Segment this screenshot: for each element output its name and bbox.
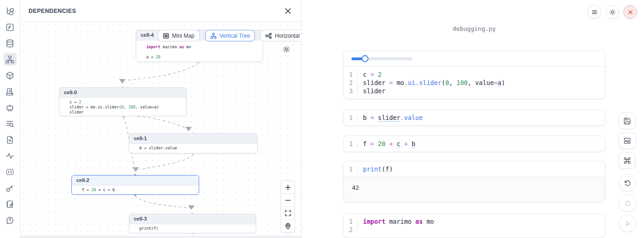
menu-icon[interactable]	[587, 5, 601, 19]
cell-list: 1c = 22slider = mo.ui.slider(0, 100, val…	[343, 51, 605, 238]
dependencies-header: DEPENDENCIES	[20, 0, 301, 22]
slider-output	[344, 51, 605, 67]
slider-widget[interactable]	[351, 57, 412, 60]
dependencies-panel: DEPENDENCIES	[20, 0, 302, 238]
node-code: c = 2slider = mo.ui.slider(0, 100, value…	[59, 98, 186, 117]
notebook-cell-3[interactable]: 1print(f) 42	[343, 161, 605, 203]
activity-sidebar	[0, 0, 20, 238]
snippets-icon[interactable]	[4, 165, 17, 178]
database-icon[interactable]	[4, 37, 17, 50]
node-title: cell-1	[129, 134, 257, 144]
center-selection-icon[interactable]	[281, 220, 294, 232]
node-code: b = slider.value	[129, 144, 257, 153]
line-number: 1	[344, 140, 357, 148]
line-number: 2	[344, 79, 357, 87]
slider-thumb[interactable]	[362, 55, 368, 62]
layout-icon[interactable]	[619, 132, 636, 149]
dependency-graph-icon[interactable]	[4, 53, 17, 66]
mini-map-button[interactable]: Mini Map	[158, 30, 200, 41]
notebook-action-buttons	[619, 113, 636, 169]
graph-zoom-controls	[281, 181, 295, 233]
app-window: DEPENDENCIES	[0, 0, 644, 238]
line-number: 1	[344, 113, 357, 122]
graph-node-cell-2[interactable]: cell-2 f = 20 + c + b	[71, 175, 199, 195]
notebook-cell-2[interactable]: 1f = 20 + c + b	[343, 136, 605, 152]
notebook-area: debugging.py 1c = 22slider = mo.ui.slide…	[302, 0, 644, 238]
horizontal-scrollbar[interactable]	[20, 236, 302, 238]
gear-icon[interactable]	[605, 5, 619, 19]
notebook-cell-1[interactable]: 1b = slider.value	[343, 109, 605, 126]
line-number: 1	[344, 70, 357, 79]
notebook-cell-4[interactable]: 1import marimo as mo2	[343, 213, 605, 238]
node-code: f = 20 + c + b	[72, 186, 199, 194]
node-code: import marimo as mo a = 20	[136, 40, 263, 62]
dependency-graph-canvas[interactable]: cell-4 import marimo as mo a = 20 cell-0…	[20, 22, 301, 235]
scratchpad-icon[interactable]	[4, 198, 17, 210]
package-box-icon[interactable]	[4, 69, 17, 82]
help-icon[interactable]	[4, 214, 17, 227]
mini-map-icon	[163, 33, 169, 39]
node-code: print(f)	[129, 224, 256, 233]
notebook-top-buttons	[587, 5, 637, 19]
code-editor[interactable]: 1c = 22slider = mo.ui.slider(0, 100, val…	[344, 67, 605, 99]
code-editor[interactable]: 1print(f)	[344, 161, 605, 177]
save-icon[interactable]	[619, 113, 636, 129]
line-number: 1	[344, 217, 357, 226]
code-editor[interactable]: 1f = 20 + c + b	[344, 136, 605, 152]
key-icon[interactable]	[4, 181, 17, 194]
command-shortcuts-icon[interactable]	[619, 152, 636, 169]
fit-view-icon[interactable]	[281, 207, 294, 220]
log-search-icon[interactable]	[4, 117, 17, 130]
node-title: cell-3	[129, 214, 256, 224]
chat-bot-icon[interactable]	[4, 101, 17, 114]
line-number: 3	[344, 87, 357, 95]
document-icon[interactable]	[4, 133, 17, 146]
close-icon[interactable]	[283, 6, 293, 16]
code-editor[interactable]: 1b = slider.value	[344, 110, 605, 125]
panel-title: DEPENDENCIES	[29, 8, 76, 14]
graph-node-cell-3[interactable]: cell-3 print(f)	[129, 214, 256, 233]
cell-output: 42	[344, 177, 605, 202]
line-number: 1	[344, 165, 357, 173]
line-number: 2	[344, 226, 357, 234]
node-title: cell-2	[72, 176, 199, 186]
undo-icon[interactable]	[619, 174, 636, 192]
function-square-icon[interactable]	[4, 21, 17, 34]
stop-icon[interactable]	[619, 194, 636, 212]
vertical-tree-button[interactable]: Vertical Tree	[205, 30, 255, 41]
run-icon[interactable]	[619, 215, 636, 232]
shutdown-close-icon[interactable]	[623, 5, 637, 19]
graph-settings-gear-icon[interactable]	[282, 45, 291, 55]
graph-node-cell-0[interactable]: cell-0 c = 2slider = mo.ui.slider(0, 100…	[59, 87, 187, 116]
code-editor[interactable]: 1import marimo as mo2	[344, 214, 605, 238]
zoom-in-icon[interactable]	[281, 181, 294, 194]
graph-view-toolbar: Mini Map Vertical Tree Horizontal Tree	[158, 30, 317, 41]
activity-icon[interactable]	[4, 149, 17, 162]
notebook-filename[interactable]: debugging.py	[343, 25, 605, 32]
horizontal-tree-icon	[265, 33, 272, 39]
run-control-buttons	[619, 174, 636, 233]
scroll-icon[interactable]	[4, 85, 17, 98]
notebook-cell-0[interactable]: 1c = 22slider = mo.ui.slider(0, 100, val…	[343, 51, 605, 99]
node-title: cell-0	[59, 88, 186, 98]
graph-node-cell-1[interactable]: cell-1 b = slider.value	[129, 133, 258, 153]
zoom-out-icon[interactable]	[281, 194, 294, 207]
file-tree-icon[interactable]	[4, 5, 17, 17]
vertical-tree-icon	[210, 33, 217, 39]
